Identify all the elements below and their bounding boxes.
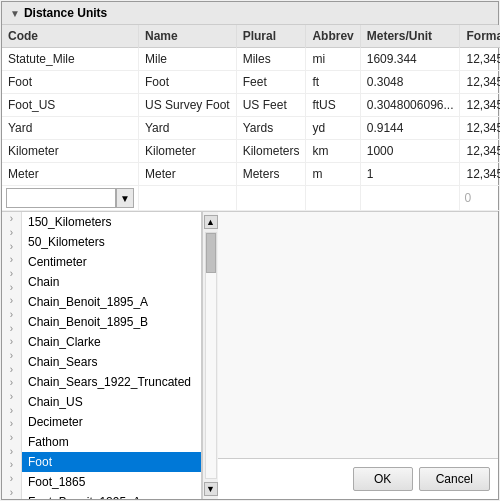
- list-expand-icon[interactable]: ›: [2, 253, 21, 267]
- list-item[interactable]: Chain_Benoit_1895_A: [22, 292, 201, 312]
- list-item[interactable]: Foot_Benoit_1895_A: [22, 492, 201, 499]
- table-row[interactable]: Foot_USUS Survey FootUS FeetftUS0.304800…: [2, 94, 500, 117]
- units-table: Code Name Plural Abbrev Meters/Unit Form…: [2, 25, 500, 211]
- table-cell: 12,345.12: [460, 71, 500, 94]
- list-expand-icon[interactable]: ›: [2, 472, 21, 486]
- list-expand-icon[interactable]: ›: [2, 294, 21, 308]
- table-row[interactable]: MeterMeterMetersm112,345.12: [2, 163, 500, 186]
- ok-button[interactable]: OK: [353, 467, 413, 491]
- table-cell: Foot: [2, 71, 139, 94]
- table-cell: Foot_US: [2, 94, 139, 117]
- table-row[interactable]: Statute_MileMileMilesmi1609.34412,345.12: [2, 48, 500, 71]
- table-cell: 0.3048: [360, 71, 460, 94]
- list-expand-icon[interactable]: ›: [2, 362, 21, 376]
- button-row: OK Cancel: [218, 459, 498, 499]
- table-cell: 12,345.12: [460, 140, 500, 163]
- list-expand-icon[interactable]: ›: [2, 267, 21, 281]
- table-cell: Kilometer: [139, 140, 237, 163]
- list-expand-icon[interactable]: ›: [2, 458, 21, 472]
- table-row[interactable]: FootFootFeetft0.304812,345.12: [2, 71, 500, 94]
- dropdown-input[interactable]: [6, 188, 116, 208]
- list-expand-icon[interactable]: ›: [2, 417, 21, 431]
- dropdown-arrow-button[interactable]: ▼: [116, 188, 134, 208]
- table-cell: Yard: [2, 117, 139, 140]
- list-expand-icon[interactable]: ›: [2, 308, 21, 322]
- units-table-area: Code Name Plural Abbrev Meters/Unit Form…: [2, 25, 498, 211]
- table-cell: ft: [306, 71, 360, 94]
- table-cell: mi: [306, 48, 360, 71]
- list-item[interactable]: Chain_Benoit_1895_B: [22, 312, 201, 332]
- list-expand-icon[interactable]: ›: [2, 349, 21, 363]
- list-scrollbar[interactable]: ▲ ▼: [202, 212, 218, 499]
- table-cell: Kilometers: [236, 140, 306, 163]
- table-cell: 1000: [360, 140, 460, 163]
- scroll-up-arrow[interactable]: ▲: [204, 215, 218, 229]
- list-item[interactable]: Fathom: [22, 432, 201, 452]
- table-cell: Kilometer: [2, 140, 139, 163]
- list-expand-icon[interactable]: ›: [2, 335, 21, 349]
- table-cell: Yard: [139, 117, 237, 140]
- list-expand-icon[interactable]: ›: [2, 431, 21, 445]
- table-cell: US Survey Foot: [139, 94, 237, 117]
- list-expand-icon[interactable]: ›: [2, 239, 21, 253]
- dropdown-cell[interactable]: ▼: [2, 186, 139, 211]
- list-item[interactable]: Centimeter: [22, 252, 201, 272]
- list-item[interactable]: Foot_1865: [22, 472, 201, 492]
- empty-cell: [236, 186, 306, 211]
- collapse-icon[interactable]: ▼: [10, 8, 20, 19]
- list-item[interactable]: 50_Kilometers: [22, 232, 201, 252]
- col-header-abbrev: Abbrev: [306, 25, 360, 48]
- list-item[interactable]: Chain_Clarke: [22, 332, 201, 352]
- list-item[interactable]: Decimeter: [22, 412, 201, 432]
- empty-cell: [139, 186, 237, 211]
- unit-list[interactable]: 150_Kilometers50_KilometersCentimeterCha…: [22, 212, 202, 499]
- table-cell: US Feet: [236, 94, 306, 117]
- table-cell: ftUS: [306, 94, 360, 117]
- right-panel-content: [218, 212, 498, 459]
- list-expand-icon[interactable]: ›: [2, 376, 21, 390]
- table-cell: 12,345.12: [460, 94, 500, 117]
- table-cell: Miles: [236, 48, 306, 71]
- table-cell: Statute_Mile: [2, 48, 139, 71]
- col-header-name: Name: [139, 25, 237, 48]
- table-row[interactable]: KilometerKilometerKilometerskm100012,345…: [2, 140, 500, 163]
- list-item[interactable]: Chain: [22, 272, 201, 292]
- col-header-meters: Meters/Unit: [360, 25, 460, 48]
- table-cell: km: [306, 140, 360, 163]
- list-expand-icon[interactable]: ›: [2, 403, 21, 417]
- table-row[interactable]: YardYardYardsyd0.914412,345.12: [2, 117, 500, 140]
- list-expand-icon[interactable]: ›: [2, 485, 21, 499]
- scroll-track[interactable]: [205, 232, 217, 479]
- list-expand-icon[interactable]: ›: [2, 212, 21, 226]
- cancel-button[interactable]: Cancel: [419, 467, 490, 491]
- list-item[interactable]: Chain_Sears_1922_Truncated: [22, 372, 201, 392]
- table-cell: 1: [360, 163, 460, 186]
- list-expand-icon[interactable]: ›: [2, 280, 21, 294]
- list-expand-icon[interactable]: ›: [2, 226, 21, 240]
- list-expand-icon[interactable]: ›: [2, 444, 21, 458]
- distance-units-dialog: ▼ Distance Units Code Name Plural Abbrev…: [1, 1, 499, 500]
- col-header-code: Code: [2, 25, 139, 48]
- table-cell: Meters: [236, 163, 306, 186]
- new-row: ▼012,345.12: [2, 186, 500, 211]
- list-item[interactable]: Chain_US: [22, 392, 201, 412]
- empty-cell: [306, 186, 360, 211]
- list-item[interactable]: 150_Kilometers: [22, 212, 201, 232]
- list-expand-icon[interactable]: ›: [2, 390, 21, 404]
- table-cell: Yards: [236, 117, 306, 140]
- list-item[interactable]: Chain_Sears: [22, 352, 201, 372]
- table-cell: Mile: [139, 48, 237, 71]
- table-cell: 12,345.12: [460, 163, 500, 186]
- scroll-down-arrow[interactable]: ▼: [204, 482, 218, 496]
- table-cell: Feet: [236, 71, 306, 94]
- list-expand-column: ›››››››››››››››››››››: [2, 212, 22, 499]
- empty-cell: [360, 186, 460, 211]
- table-cell: yd: [306, 117, 360, 140]
- scroll-thumb: [206, 233, 216, 273]
- list-area: ››››››››››››››››››››› 150_Kilometers50_K…: [2, 211, 498, 499]
- list-expand-icon[interactable]: ›: [2, 321, 21, 335]
- title-bar: ▼ Distance Units: [2, 2, 498, 25]
- list-item[interactable]: Foot: [22, 452, 201, 472]
- table-cell: Foot: [139, 71, 237, 94]
- new-row-meters: 0: [460, 186, 500, 211]
